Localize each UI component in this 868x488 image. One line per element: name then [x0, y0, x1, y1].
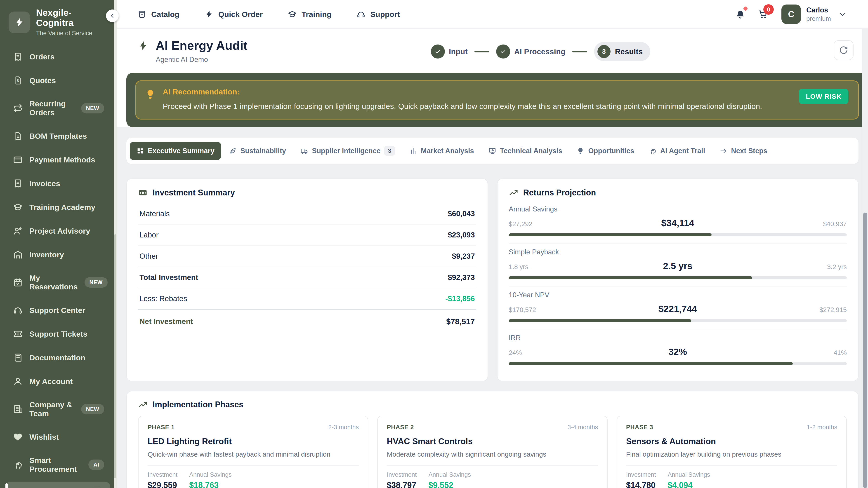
lightning-bolt-icon: [14, 17, 25, 28]
nav-item-quick-order[interactable]: Quick Order: [205, 10, 263, 19]
step-ai-processing: AI Processing: [496, 44, 565, 59]
phase-title: Sensors & Automation: [626, 437, 837, 446]
main-area: Catalog Quick Order Training Support: [117, 0, 868, 488]
metric-irr: IRR 24% 32% 41%: [509, 329, 847, 372]
metric-low: 1.8 yrs: [509, 263, 528, 271]
nav-item-label: Quick Order: [218, 10, 263, 19]
worker-icon: [13, 226, 23, 236]
sidebar-item-project-advisory[interactable]: Project Advisory: [5, 221, 110, 241]
nav-item-label: Support: [370, 10, 400, 19]
recommendation-text: AI Recommendation: Proceed with Phase 1 …: [163, 88, 792, 111]
tab-opportunities[interactable]: Opportunities: [570, 142, 641, 160]
refresh-button[interactable]: [834, 40, 854, 60]
metric-low: $170,572: [509, 306, 536, 314]
sidebar-scrollbar[interactable]: [114, 0, 117, 488]
sidebar-item-documentation[interactable]: Documentation: [5, 347, 110, 368]
sidebar-item-my-account[interactable]: My Account: [5, 371, 110, 392]
check-icon: [434, 48, 441, 55]
topbar-right: 0 C Carlos premium: [735, 4, 846, 24]
sidebar-item-wishlist[interactable]: Wishlist: [5, 427, 110, 447]
sidebar-item-support-center[interactable]: Support Center: [5, 300, 110, 321]
headset-icon: [357, 10, 365, 19]
tab-ai-agent-trail[interactable]: AI Agent Trail: [642, 142, 712, 160]
table-row-rebates: Less: Rebates -$13,856: [138, 288, 476, 310]
sidebar-item-support-tickets[interactable]: Support Tickets: [5, 324, 110, 344]
tab-sustainability[interactable]: Sustainability: [222, 142, 293, 160]
ai-badge: AI: [88, 459, 104, 470]
user-text: Carlos premium: [806, 6, 831, 22]
nav-item-support[interactable]: Support: [357, 10, 400, 19]
stat-label: Annual Savings: [428, 471, 471, 478]
tab-next-steps[interactable]: Next Steps: [713, 142, 774, 160]
file-dollar-icon: $: [13, 76, 23, 85]
sidebar-item-orders[interactable]: Orders: [5, 46, 110, 67]
page-scrollbar-thumb[interactable]: [863, 213, 867, 488]
tab-supplier-intelligence[interactable]: Supplier Intelligence 3: [294, 141, 401, 161]
recommendation-body: Proceed with Phase 1 implementation focu…: [163, 101, 792, 111]
metric-high: 41%: [834, 349, 847, 357]
sidebar-item-energy-audit[interactable]: Energy Audit AI: [5, 482, 110, 488]
table-row: Materials $60,043: [138, 203, 476, 225]
stat-label: Investment: [148, 471, 178, 478]
notifications-button[interactable]: [735, 9, 745, 19]
step-label: Input: [449, 47, 468, 56]
returns-metrics: Annual Savings $27,292 $34,114 $40,937 S…: [509, 201, 847, 372]
sidebar-item-my-reservations[interactable]: My Reservations NEW: [5, 268, 110, 297]
page-subtitle: Agentic AI Demo: [156, 56, 248, 64]
sidebar-item-recurring-orders[interactable]: Recurring Orders NEW: [5, 94, 110, 123]
cart-count-badge: 0: [763, 4, 774, 15]
sidebar-item-label: Invoices: [29, 179, 60, 188]
stat-label: Investment: [626, 471, 656, 478]
metric-label: IRR: [509, 334, 847, 342]
nav-item-catalog[interactable]: Catalog: [138, 10, 180, 19]
sidebar-collapse-button[interactable]: [106, 9, 119, 22]
sidebar-item-bom-templates[interactable]: BOM Templates: [5, 126, 110, 147]
tab-count-badge: 3: [384, 146, 395, 156]
ai-recommendation-card: AI Recommendation: Proceed with Phase 1 …: [135, 80, 859, 120]
brain-icon: [649, 147, 656, 155]
page-scrollbar[interactable]: [862, 29, 868, 488]
progress-fill: [509, 276, 752, 279]
implementation-phases-header: Implementation Phases: [138, 400, 847, 410]
tabs-bar: Executive Summary Sustainability Supplie…: [126, 138, 859, 164]
tab-executive-summary[interactable]: Executive Summary: [130, 142, 221, 160]
user-menu[interactable]: C Carlos premium: [781, 4, 846, 24]
progress-fill: [509, 362, 793, 365]
stat-value: $9,552: [428, 481, 471, 488]
metric-annual-savings: Annual Savings $27,292 $34,114 $40,937: [509, 201, 847, 243]
nav-item-training[interactable]: Training: [288, 10, 331, 19]
sidebar-item-training-academy[interactable]: Training Academy: [5, 197, 110, 218]
sidebar-item-quotes[interactable]: $ Quotes: [5, 70, 110, 91]
phase-duration: 2-3 months: [328, 424, 359, 431]
monitor-icon: [489, 147, 496, 155]
notification-dot: [743, 6, 747, 11]
sidebar-item-label: Project Advisory: [29, 227, 90, 235]
svg-text:$: $: [17, 79, 19, 83]
metric-value: 32%: [669, 347, 687, 357]
sidebar-item-smart-procurement[interactable]: Smart Procurement AI: [5, 450, 110, 479]
sidebar-item-label: Support Tickets: [29, 330, 87, 338]
brand-tagline: The Value of Service: [36, 30, 109, 37]
phase-card-3: PHASE 3 1-2 months Sensors & Automation …: [617, 416, 847, 488]
sidebar-item-company-team[interactable]: Company & Team NEW: [5, 395, 110, 424]
metric-value: $221,744: [658, 304, 697, 314]
metric-simple-payback: Simple Payback 1.8 yrs 2.5 yrs 3.2 yrs: [509, 243, 847, 287]
stat-value: $18,763: [189, 481, 232, 488]
cart-button[interactable]: 0: [758, 9, 768, 19]
book-icon: [13, 353, 23, 362]
tab-market-analysis[interactable]: Market Analysis: [403, 142, 480, 160]
check-icon: [500, 48, 506, 55]
sidebar-item-invoices[interactable]: Invoices: [5, 173, 110, 194]
phase-savings-stat: Annual Savings $9,552: [428, 471, 471, 488]
sidebar-item-inventory[interactable]: Inventory: [5, 244, 110, 265]
stat-label: Investment: [387, 471, 416, 478]
metric-high: 3.2 yrs: [827, 263, 847, 271]
progress-bar: [509, 276, 847, 279]
page-title: AI Energy Audit: [156, 38, 248, 53]
tab-technical-analysis[interactable]: Technical Analysis: [482, 142, 569, 160]
phase-tag: PHASE 1: [148, 424, 175, 431]
top-navigation-bar: Catalog Quick Order Training Support: [117, 0, 868, 29]
sidebar-item-label: Training Academy: [29, 203, 95, 212]
sidebar-scrollbar-thumb[interactable]: [114, 234, 116, 478]
sidebar-item-payment-methods[interactable]: Payment Methods: [5, 149, 110, 170]
